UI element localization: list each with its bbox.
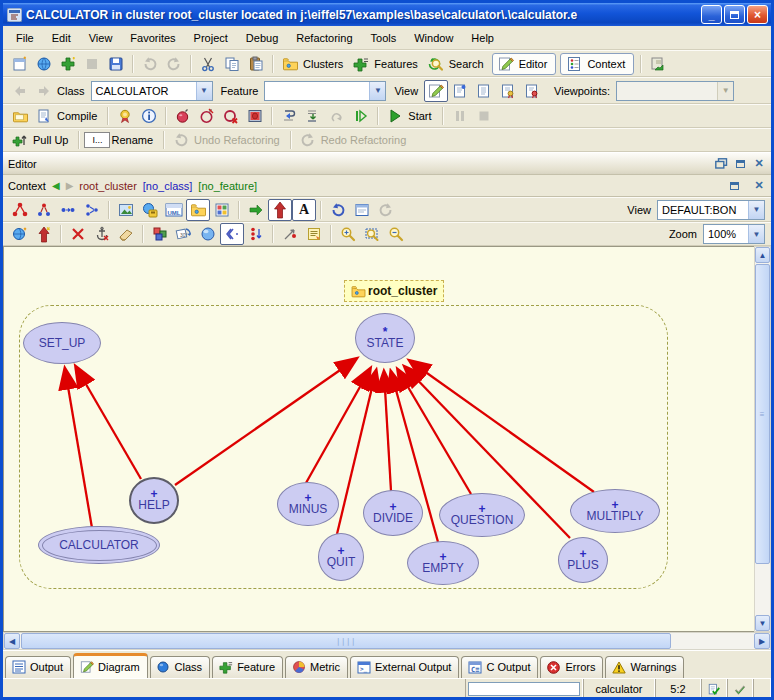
diagram-history-icon[interactable] — [350, 199, 374, 221]
new-inheritance-icon[interactable] — [32, 223, 56, 245]
client-supplier-links-icon[interactable] — [244, 199, 268, 221]
export-image-icon[interactable] — [114, 199, 138, 221]
maximize-panel-icon[interactable] — [732, 156, 748, 171]
class-node-help[interactable]: + HELP — [129, 477, 179, 524]
class-node-divide[interactable]: + DIVIDE — [363, 490, 423, 536]
diagram-canvas[interactable]: root_cluster — [3, 246, 754, 632]
straighten-links-toggle[interactable] — [220, 223, 244, 245]
zoom-out-icon[interactable] — [384, 223, 408, 245]
class-node-question[interactable]: + QUESTION — [439, 493, 525, 537]
tab-external-output[interactable]: >_ External Output — [350, 656, 459, 678]
run-to-cursor-icon[interactable] — [349, 105, 373, 127]
class-node-multiply[interactable]: + MULTIPLY — [570, 489, 660, 533]
open-project-icon[interactable] — [32, 53, 56, 75]
chevron-down-icon[interactable]: ▼ — [748, 225, 764, 243]
fill-color-icon[interactable] — [148, 223, 172, 245]
tab-warnings[interactable]: Warnings — [605, 656, 684, 678]
inheritance-links-toggle[interactable] — [268, 199, 292, 221]
feature-combobox[interactable]: ▼ — [264, 81, 386, 101]
vertical-scroll-thumb[interactable]: ≡ — [755, 264, 770, 564]
undo-diagram-icon[interactable] — [326, 199, 350, 221]
fit-sphere-icon[interactable] — [196, 223, 220, 245]
rotate-icon[interactable]: 30° — [172, 223, 196, 245]
tab-output[interactable]: Output — [5, 656, 71, 678]
tab-errors[interactable]: Errors — [540, 656, 603, 678]
scroll-down-icon[interactable]: ▼ — [755, 615, 770, 631]
cluster-legend-toggle[interactable] — [186, 199, 210, 221]
enable-breakpoints-icon[interactable] — [171, 105, 195, 127]
restore-panel-icon[interactable] — [713, 156, 729, 171]
step-into-icon[interactable] — [301, 105, 325, 127]
pull-up-label[interactable]: Pull Up — [33, 134, 68, 146]
note-icon[interactable] — [302, 223, 326, 245]
search-icon[interactable] — [424, 53, 448, 75]
scroll-left-icon[interactable]: ◀ — [4, 633, 20, 649]
paste-icon[interactable] — [244, 53, 268, 75]
start-label[interactable]: Start — [408, 110, 431, 122]
labels-toggle[interactable]: A — [292, 199, 316, 221]
horizontal-scrollbar[interactable]: ◀ ∣∣∣∣ ▶ — [3, 632, 771, 650]
maximize-panel-icon[interactable] — [726, 178, 742, 193]
menu-tools[interactable]: Tools — [362, 28, 406, 48]
breadcrumb-feature[interactable]: [no_feature] — [198, 180, 257, 192]
features-plus-icon[interactable] — [349, 53, 373, 75]
add-midpoint-icon[interactable] — [278, 223, 302, 245]
diagram-view-combobox[interactable]: DEFAULT:BON ▼ — [657, 200, 765, 220]
scroll-right-icon[interactable]: ▶ — [754, 633, 770, 649]
supplier-icon[interactable] — [80, 199, 104, 221]
compile-label[interactable]: Compile — [57, 110, 97, 122]
menu-view[interactable]: View — [80, 28, 122, 48]
save-view-icon[interactable] — [138, 199, 162, 221]
chevron-down-icon[interactable]: ▼ — [196, 82, 212, 100]
breadcrumb-class[interactable]: [no_class] — [143, 180, 193, 192]
add-project-item-icon[interactable] — [56, 53, 80, 75]
freeze-icon[interactable] — [113, 105, 137, 127]
class-node-set-up[interactable]: SET_UP — [23, 322, 101, 364]
context-toggle-button[interactable]: Context — [560, 53, 634, 75]
pull-up-icon[interactable] — [8, 129, 32, 151]
class-node-state[interactable]: * STATE — [355, 313, 415, 363]
status-input[interactable] — [468, 682, 580, 696]
eraser-icon[interactable] — [114, 223, 138, 245]
client-supplier-icon[interactable] — [56, 199, 80, 221]
menu-edit[interactable]: Edit — [43, 28, 80, 48]
features-label[interactable]: Features — [374, 58, 417, 70]
maximize-button[interactable] — [724, 5, 745, 24]
menu-help[interactable]: Help — [462, 28, 503, 48]
fit-to-screen-icon[interactable] — [360, 223, 384, 245]
step-over-icon[interactable] — [277, 105, 301, 127]
history-back-icon[interactable]: ◀ — [52, 180, 60, 191]
chevron-down-icon[interactable]: ▼ — [748, 201, 764, 219]
start-icon[interactable] — [383, 105, 407, 127]
compile-icon[interactable] — [32, 105, 56, 127]
class-node-minus[interactable]: + MINUS — [277, 482, 339, 526]
clickable-view-icon[interactable] — [448, 80, 472, 102]
class-node-plus[interactable]: + PLUS — [558, 537, 608, 583]
interface-view-icon[interactable] — [520, 80, 544, 102]
scroll-up-icon[interactable]: ▲ — [755, 247, 770, 263]
minimize-button[interactable]: _ — [701, 5, 722, 24]
class-combobox[interactable]: CALCULATOR ▼ — [91, 81, 213, 101]
tab-feature[interactable]: Feature — [212, 656, 283, 678]
uml-view-icon[interactable]: UML — [162, 199, 186, 221]
disable-breakpoints-icon[interactable] — [195, 105, 219, 127]
menu-favorites[interactable]: Favorites — [121, 28, 184, 48]
save-check-icon[interactable] — [701, 679, 727, 699]
close-panel-icon[interactable]: ✕ — [751, 178, 767, 193]
save-icon[interactable] — [104, 53, 128, 75]
menu-window[interactable]: Window — [405, 28, 462, 48]
debug-window-icon[interactable] — [243, 105, 267, 127]
class-node-quit[interactable]: + QUIT — [318, 533, 364, 581]
search-label[interactable]: Search — [449, 58, 484, 70]
delete-icon[interactable] — [66, 223, 90, 245]
tab-metric[interactable]: Metric — [285, 656, 348, 678]
sort-links-icon[interactable] — [244, 223, 268, 245]
zoom-combobox[interactable]: 100% ▼ — [703, 224, 765, 244]
horizontal-scroll-thumb[interactable]: ∣∣∣∣ — [21, 633, 671, 649]
unanchor-icon[interactable] — [90, 223, 114, 245]
menu-file[interactable]: File — [7, 28, 43, 48]
layout-settings-icon[interactable] — [210, 199, 234, 221]
new-class-icon[interactable] — [8, 223, 32, 245]
tab-diagram[interactable]: Diagram — [73, 653, 148, 678]
tab-c-output[interactable]: C≡ C Output — [461, 656, 538, 678]
